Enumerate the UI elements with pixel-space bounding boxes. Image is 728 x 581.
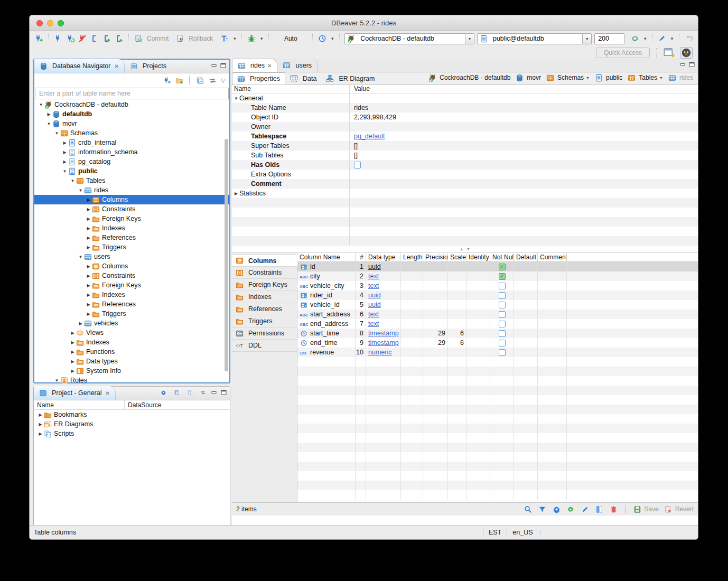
collapse-all-icon[interactable] [195, 76, 204, 85]
column-row-start-time[interactable]: start_time 8 timestamp 29 6 [297, 329, 698, 338]
property-row-general[interactable]: ▼General [232, 93, 698, 103]
column-header-column-name[interactable]: Column Name [297, 253, 356, 261]
detail-tab-ddl[interactable]: T DDL [232, 340, 297, 352]
not-null-checkbox[interactable] [499, 292, 506, 299]
tree-item-columns[interactable]: ▶ Columns [34, 261, 229, 271]
tree-item-public[interactable]: ▼ public [34, 166, 229, 176]
tree-item-information-schema[interactable]: ▶ information_schema [34, 147, 229, 157]
rollback-button[interactable]: Rollback [189, 35, 213, 42]
splitter-sash[interactable]: ▲ ▼ [232, 246, 698, 252]
collapse-all-icon[interactable] [172, 388, 181, 397]
chevron-down-icon[interactable]: ▼ [586, 76, 590, 80]
expand-arrow-icon[interactable]: ▶ [37, 413, 44, 417]
tree-item-vehicles[interactable]: ▶ vehicles [34, 318, 229, 328]
tree-item-views[interactable]: ▶ Views [34, 328, 229, 338]
column-header-not-null[interactable]: Not Null [490, 253, 514, 261]
new-folder-icon[interactable] [174, 76, 184, 85]
dbeaver-perspective-icon[interactable] [680, 47, 693, 59]
tree-item-constraints[interactable]: ▶ Constraints [34, 271, 229, 280]
debug-icon[interactable] [247, 34, 256, 43]
property-row-super-tables[interactable]: Super Tables[] [232, 141, 698, 151]
breadcrumb-cockroachdb-defaultdb[interactable]: CockroachDB - defaultdb [427, 73, 512, 82]
connect-icon[interactable] [53, 34, 63, 43]
property-row-table-name[interactable]: Table Namerides [232, 103, 698, 113]
data-type-link[interactable]: uuid [368, 263, 381, 270]
maximize-panel-icon[interactable] [220, 61, 226, 70]
not-null-checkbox[interactable] [499, 340, 506, 346]
tree-item-functions[interactable]: ▶ Functions [34, 347, 229, 357]
column-header-name[interactable]: Name [34, 400, 125, 409]
tree-item-constraints[interactable]: ▶ Constraints [34, 204, 229, 214]
breadcrumb-public[interactable]: public [593, 73, 624, 82]
tree-item-data-types[interactable]: ▶ Data types [34, 357, 229, 366]
data-type-link[interactable]: text [368, 320, 379, 327]
expand-arrow-icon[interactable]: ▶ [85, 274, 92, 278]
expand-arrow-icon[interactable]: ▶ [85, 264, 92, 269]
tab-properties[interactable]: Properties [232, 72, 285, 85]
link-editor-icon[interactable] [208, 76, 217, 85]
reconnect-icon[interactable] [66, 34, 75, 43]
pen-tool-icon[interactable] [657, 34, 667, 43]
column-header-identity[interactable]: Identity [466, 253, 490, 261]
expand-arrow-icon[interactable]: ▶ [233, 191, 239, 196]
sash-down-icon[interactable]: ▼ [466, 247, 470, 251]
tree-item-users[interactable]: ▼ users [34, 252, 229, 261]
property-row-owner[interactable]: Owner [232, 122, 698, 132]
search-icon[interactable] [523, 504, 533, 514]
expand-all-icon[interactable] [185, 388, 194, 397]
column-row-end-time[interactable]: end_time 9 timestamp 29 6 [297, 338, 698, 348]
timezone-indicator[interactable]: EST [489, 529, 501, 536]
sash-up-icon[interactable]: ▲ [460, 247, 463, 251]
collapse-arrow-icon[interactable]: ▼ [53, 131, 60, 136]
open-perspective-icon[interactable] [663, 47, 676, 59]
collapse-arrow-icon[interactable]: ▼ [45, 121, 52, 126]
editor-tab-users[interactable]: users [277, 59, 318, 72]
minimize-editor-icon[interactable] [680, 60, 686, 69]
collapse-arrow-icon[interactable]: ▼ [61, 169, 68, 174]
property-row-extra-options[interactable]: Extra Options [232, 170, 698, 179]
revert-button[interactable]: Revert [664, 504, 694, 514]
open-sql-script-icon[interactable] [102, 34, 111, 43]
breadcrumb-rides[interactable]: rides [667, 73, 695, 82]
column-row-end-address[interactable]: ABCend_address 7 text [297, 319, 698, 329]
column-row-vehicle-city[interactable]: ABCvehicle_city 3 text [297, 281, 698, 290]
expand-arrow-icon[interactable]: ▶ [69, 340, 76, 345]
tree-item-schemas[interactable]: ▼ Schemas [34, 128, 229, 138]
schema-combo[interactable]: public@defaultdb ▼ [477, 33, 592, 44]
column-row-id[interactable]: id 1 uuid ✓ [297, 262, 698, 271]
expand-arrow-icon[interactable]: ▶ [85, 226, 92, 231]
tree-item-foreign-keys[interactable]: ▶ Foreign Keys [34, 214, 229, 223]
collapse-arrow-icon[interactable]: ▼ [77, 255, 84, 259]
detail-tab-references[interactable]: References [232, 303, 297, 315]
new-connection-icon[interactable] [34, 34, 43, 43]
expand-arrow-icon[interactable]: ▶ [69, 331, 76, 335]
column-row-start-address[interactable]: ABCstart_address 6 text [297, 310, 698, 319]
disconnect-icon[interactable] [78, 34, 87, 43]
breadcrumb-schemas[interactable]: Schemas▼ [545, 73, 591, 82]
project-item-er-diagrams[interactable]: ▶ ER Diagrams [34, 419, 230, 429]
tree-item-indexes[interactable]: ▶ Indexes [34, 223, 229, 233]
expand-arrow-icon[interactable]: ▶ [37, 422, 44, 427]
link-editor-icon[interactable] [198, 388, 208, 397]
detail-tab-foreign-keys[interactable]: Foreign Keys [232, 279, 297, 291]
edit-pencil-icon[interactable] [580, 504, 590, 514]
tree-item-indexes[interactable]: ▶ Indexes [34, 290, 229, 299]
collapse-arrow-icon[interactable]: ▼ [69, 179, 76, 183]
collapse-arrow-icon[interactable]: ▼ [53, 378, 60, 383]
tree-item-crdb-internal[interactable]: ▶ crdb_internal [34, 138, 229, 147]
pen-caret-icon[interactable]: ▼ [670, 36, 674, 41]
gear-icon[interactable] [552, 504, 561, 514]
tree-item-triggers[interactable]: ▶ Triggers [34, 309, 229, 318]
tree-item-columns[interactable]: ▶ Columns [34, 195, 229, 204]
column-header-datasource[interactable]: DataSource [125, 401, 161, 409]
expand-arrow-icon[interactable]: ▶ [85, 302, 92, 307]
not-null-checkbox[interactable]: ✓ [499, 273, 506, 280]
property-row-tablespace[interactable]: Tablespacepg_default [232, 132, 698, 141]
data-type-link[interactable]: timestamp [368, 339, 399, 346]
transaction-mode-caret-icon[interactable]: ▼ [232, 36, 237, 41]
tree-item-rides[interactable]: ▼ rides [34, 185, 229, 195]
column-header-default[interactable]: Default [514, 253, 538, 261]
sync-caret-icon[interactable]: ▼ [643, 36, 647, 41]
column-row-revenue[interactable]: 123revenue 10 numeric [297, 348, 698, 357]
quick-access-field[interactable]: Quick Access [596, 48, 650, 58]
